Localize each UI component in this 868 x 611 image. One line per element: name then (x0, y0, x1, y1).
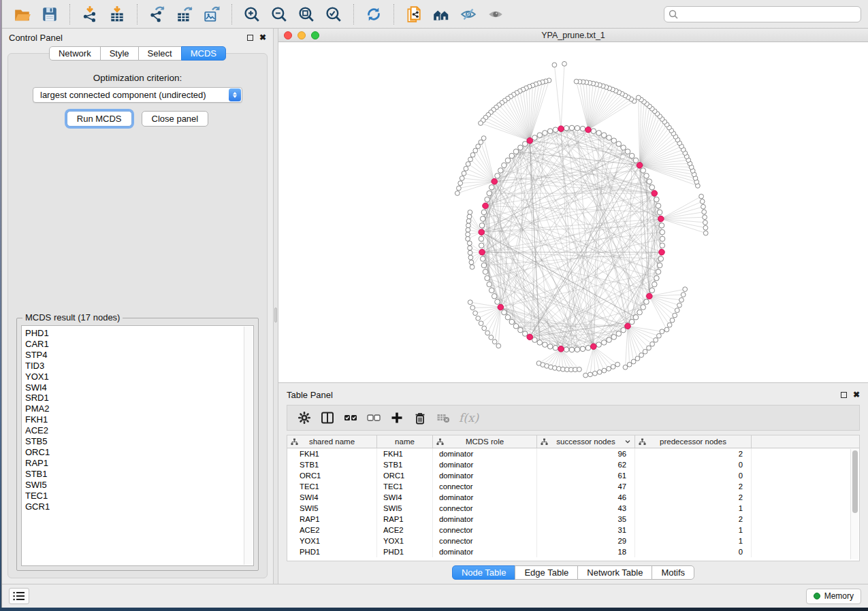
mcds-result-item[interactable]: RAP1 (25, 458, 242, 469)
table-row[interactable]: ORC1ORC1dominator610 (287, 470, 859, 481)
network-node[interactable] (629, 319, 634, 325)
network-node[interactable] (489, 288, 494, 293)
network-node[interactable] (660, 243, 665, 248)
export-image-button[interactable] (199, 3, 224, 26)
mcds-result-item[interactable]: FKH1 (25, 414, 242, 425)
network-node[interactable] (485, 197, 490, 202)
network-node[interactable] (537, 133, 543, 138)
network-node[interactable] (547, 129, 553, 134)
network-node[interactable] (656, 269, 661, 275)
network-node[interactable] (543, 131, 548, 136)
cell-name[interactable]: PHD1 (377, 546, 433, 557)
table-row[interactable]: STB1STB1dominator620 (287, 459, 859, 470)
network-node[interactable] (593, 371, 598, 376)
cell-predecessor-nodes[interactable]: 1 (635, 535, 752, 546)
network-node[interactable] (476, 316, 481, 320)
table-row[interactable]: YOX1YOX1connector291 (287, 535, 859, 546)
cell-shared-name[interactable]: STB1 (287, 459, 377, 470)
mcds-result-item[interactable]: TEC1 (25, 491, 242, 501)
hide-annotations-button[interactable] (456, 3, 481, 26)
mcds-result-item[interactable]: STB5 (25, 436, 242, 447)
network-node[interactable] (460, 176, 464, 181)
splitter-handle-icon[interactable] (274, 308, 277, 323)
network-node[interactable] (588, 372, 593, 377)
network-node[interactable] (509, 319, 515, 325)
mcds-dominator-node[interactable] (647, 293, 653, 299)
mcds-dominator-node[interactable] (498, 304, 504, 310)
network-node[interactable] (641, 168, 646, 174)
network-node[interactable] (649, 185, 655, 191)
cell-successor-nodes[interactable]: 62 (537, 459, 635, 470)
network-node[interactable] (583, 373, 588, 378)
network-node[interactable] (629, 153, 634, 159)
network-node[interactable] (644, 299, 649, 305)
network-node[interactable] (466, 219, 471, 224)
network-node[interactable] (660, 229, 665, 235)
network-node[interactable] (607, 135, 612, 141)
network-node[interactable] (647, 179, 652, 184)
tab-network-table[interactable]: Network Table (577, 565, 652, 580)
tab-edge-table[interactable]: Edge Table (515, 565, 578, 580)
deselect-all-button[interactable] (364, 408, 384, 428)
mcds-result-item[interactable]: TID3 (25, 361, 242, 371)
network-node[interactable] (564, 347, 569, 352)
close-panel-icon[interactable]: ✖ (259, 33, 266, 42)
network-node[interactable] (479, 223, 485, 229)
network-node[interactable] (564, 126, 569, 131)
network-node[interactable] (464, 166, 468, 171)
network-node[interactable] (701, 204, 706, 209)
mcds-dominator-node[interactable] (527, 334, 533, 340)
table-row[interactable]: SWI5SWI5connector431 (287, 503, 859, 514)
cell-shared-name[interactable]: FKH1 (287, 448, 377, 459)
table-row[interactable]: TEC1TEC1connector472 (287, 481, 859, 492)
float-panel-icon[interactable] (247, 35, 253, 41)
network-node[interactable] (633, 315, 639, 320)
network-node[interactable] (467, 214, 472, 219)
list-scrollbar[interactable] (244, 327, 253, 565)
apply-layout-button[interactable] (361, 3, 386, 26)
mcds-result-item[interactable]: STB1 (25, 469, 242, 480)
network-node[interactable] (607, 337, 612, 343)
add-column-button[interactable] (387, 408, 407, 428)
network-node[interactable] (574, 79, 579, 84)
network-node[interactable] (468, 210, 472, 215)
network-node[interactable] (522, 331, 528, 337)
network-node[interactable] (466, 223, 471, 228)
network-node[interactable] (470, 152, 475, 157)
select-all-button[interactable] (340, 408, 361, 428)
tab-select[interactable]: Select (138, 46, 182, 61)
cell-name[interactable]: ACE2 (377, 525, 433, 535)
network-node[interactable] (670, 318, 675, 323)
close-panel-button[interactable]: Close panel (142, 111, 209, 127)
network-node[interactable] (616, 142, 622, 147)
network-node[interactable] (466, 232, 470, 237)
mcds-dominator-node[interactable] (625, 323, 631, 329)
import-network-button[interactable] (78, 3, 102, 26)
cell-shared-name[interactable]: RAP1 (287, 514, 377, 525)
network-node[interactable] (479, 236, 484, 242)
table-scrollbar[interactable] (850, 449, 858, 559)
network-node[interactable] (597, 370, 602, 375)
network-node[interactable] (627, 362, 632, 367)
network-node[interactable] (479, 140, 483, 145)
mcds-dominator-node[interactable] (479, 229, 485, 235)
network-node[interactable] (476, 144, 481, 149)
save-session-button[interactable] (37, 3, 62, 26)
zoom-out-button[interactable] (267, 3, 291, 26)
network-node[interactable] (513, 149, 519, 154)
network-node[interactable] (479, 321, 483, 326)
cell-name[interactable]: YOX1 (377, 535, 433, 546)
network-graph[interactable] (278, 42, 868, 382)
network-node[interactable] (518, 145, 524, 150)
close-panel-icon[interactable]: ✖ (853, 391, 860, 399)
mcds-dominator-node[interactable] (652, 191, 658, 197)
column-header-shared-name[interactable]: shared name (287, 435, 377, 448)
network-node[interactable] (466, 237, 470, 242)
mcds-dominator-node[interactable] (659, 249, 665, 255)
network-node[interactable] (518, 327, 524, 333)
network-node[interactable] (485, 276, 490, 281)
network-node[interactable] (468, 250, 472, 255)
network-node[interactable] (703, 215, 707, 220)
network-node[interactable] (467, 241, 472, 246)
network-node[interactable] (631, 359, 636, 364)
